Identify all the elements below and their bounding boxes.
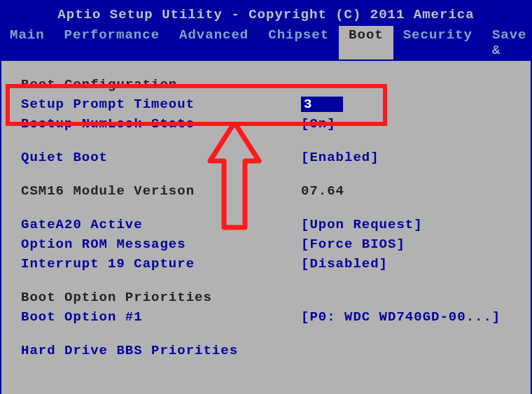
tab-bar: Main Performance Advanced Chipset Boot S… [0,26,532,61]
interrupt-19-capture-row[interactable]: Interrupt 19 Capture [Disabled] [21,254,511,274]
hard-drive-bbs-priorities-label: Hard Drive BBS Priorities [21,343,301,358]
gatea20-active-label: GateA20 Active [21,217,301,232]
bios-header: Aptio Setup Utility - Copyright (C) 2011… [0,0,532,61]
bios-title: Aptio Setup Utility - Copyright (C) 2011… [0,5,532,26]
tab-boot[interactable]: Boot [339,26,393,59]
interrupt-19-capture-label: Interrupt 19 Capture [21,256,301,272]
tab-performance[interactable]: Performance [55,26,169,59]
option-rom-messages-value: [Force BIOS] [301,237,511,252]
hard-drive-bbs-priorities-row[interactable]: Hard Drive BBS Priorities [21,341,511,360]
tab-save[interactable]: Save & [482,26,532,59]
option-rom-messages-label: Option ROM Messages [21,237,301,252]
boot-option-1-row[interactable]: Boot Option #1 [P0: WDC WD740GD-00...] [21,307,511,327]
setup-prompt-timeout-row[interactable]: Setup Prompt Timeout 3 [21,94,511,114]
section-boot-configuration: Boot Configuration [21,75,511,94]
bootup-numlock-state-row[interactable]: Bootup NumLock State [On] [21,114,511,134]
bios-content: Boot Configuration Setup Prompt Timeout … [0,61,532,394]
csm16-version-value: 07.64 [301,183,511,199]
setup-prompt-timeout-label: Setup Prompt Timeout [21,97,301,112]
quiet-boot-row[interactable]: Quiet Boot [Enabled] [21,148,511,167]
hard-drive-bbs-priorities-value [301,343,511,358]
gatea20-active-row[interactable]: GateA20 Active [Upon Request] [21,215,511,234]
quiet-boot-label: Quiet Boot [21,150,301,165]
section-boot-option-priorities: Boot Option Priorities [21,288,511,307]
gatea20-active-value: [Upon Request] [301,217,511,232]
boot-option-1-value: [P0: WDC WD740GD-00...] [301,309,511,325]
tab-security[interactable]: Security [393,26,482,59]
csm16-version-label: CSM16 Module Verison [21,183,301,199]
interrupt-19-capture-value: [Disabled] [301,256,511,272]
tab-chipset[interactable]: Chipset [258,26,339,59]
boot-option-1-label: Boot Option #1 [21,309,301,325]
tab-main[interactable]: Main [0,26,55,59]
quiet-boot-value: [Enabled] [301,150,511,165]
bootup-numlock-state-value: [On] [301,116,511,132]
tab-advanced[interactable]: Advanced [169,26,258,59]
setup-prompt-timeout-value: 3 [301,97,511,112]
csm16-version-row: CSM16 Module Verison 07.64 [21,181,511,201]
bootup-numlock-state-label: Bootup NumLock State [21,116,301,132]
option-rom-messages-row[interactable]: Option ROM Messages [Force BIOS] [21,234,511,254]
